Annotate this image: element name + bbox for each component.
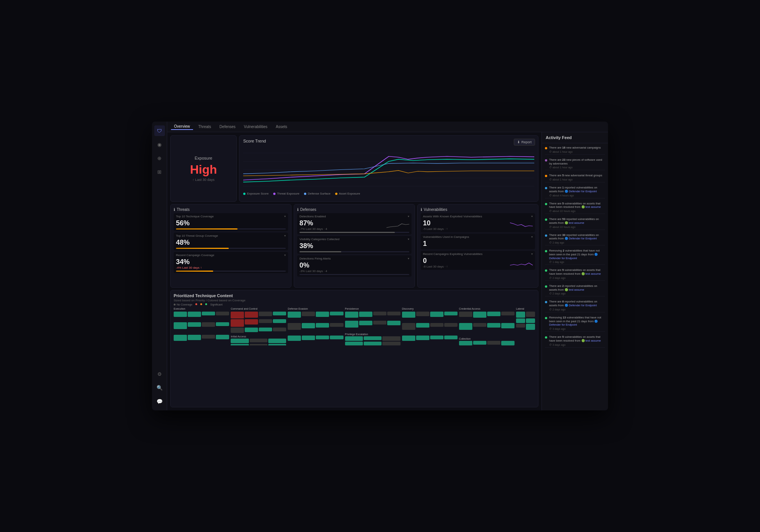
feed-dot-0 [545,147,547,149]
feed-dot-4 [545,203,547,205]
feed-dot-11 [545,317,547,319]
feed-item-0: There are 16 new adversarial campaigns ⏱… [545,145,605,155]
col-credential: Credential Access [459,307,515,345]
legend-exposure: Exposure Score [243,192,269,195]
feed-items: There are 16 new adversarial campaigns ⏱… [542,143,608,410]
col-lateral: Lateral [516,307,535,345]
feed-item-12: There are 5 vulnerabilities on assets th… [545,334,605,348]
sidebar-icon-search[interactable]: 🔍 [154,382,165,393]
feed-item-10: There are 8 reported vulnerabilities on … [545,299,605,312]
feed-item-5: There are 53 reported vulnerabilities on… [545,216,605,230]
score-trend-chart [243,145,534,190]
info-icon: ℹ [174,207,175,212]
metrics-row: ℹ Threats Top 10 Technique Coverage ▾ 56… [170,204,538,288]
feed-dot-12 [545,336,547,339]
score-trend-card: Score Trend ⬇ Report [239,135,538,202]
sidebar-icon-shield[interactable]: 🛡 [154,125,165,136]
top-row: Exposure High ↑ Last 30 days Score Trend… [170,135,538,202]
feed-dot-6 [545,234,547,237]
exploited-sparkline [510,221,533,229]
info-icon-defenses: ℹ [297,207,299,212]
legend-asset: Asset Exposure [335,192,360,195]
feed-item-11: Removing 13 vulnerabilities that have no… [545,315,605,332]
detections-firing: Detections Firing Alerts ▾ 0% -3% Last 3… [297,255,412,277]
legend-defense: Defense Surface [304,192,331,195]
tab-vulnerabilities[interactable]: Vulnerabilities [241,124,271,130]
vuln-in-campaigns: Vulnerabilities Used in Campaigns ▾ 1 [421,234,535,249]
feed-item-6: There are 30 reported vulnerabilities on… [545,232,605,246]
campaigns-exploiting: Recent Campaigns Exploiting Vulnerabilit… [421,251,535,270]
technique-title: Prioritized Technique Content [174,293,535,298]
campaign-coverage: Recent Campaign Coverage ▾ 34% -4% Last … [174,252,288,273]
campaigns-sparkline [510,258,533,267]
top-bar: Overview Threats Defenses Vulnerabilitie… [167,122,608,132]
feed-dot-9 [545,285,547,288]
exposure-value: High [190,163,217,176]
score-trend-svg [243,145,534,190]
technique-legend: No Coverage Significant [174,303,535,306]
technique-content-card: Prioritized Technique Content Sized base… [170,290,538,407]
technique-sub: Sized based on Priority / Colored based … [174,299,535,302]
threat-group-coverage: Top 10 Threat Group Coverage ▾ 48% [174,233,288,250]
vulnerabilities-title: ℹ Vulnerabilities [421,207,535,212]
exposure-sub: ↑ Last 30 days [192,178,214,182]
col-defense-evasion: Defense Evasion [288,307,343,345]
sidebar-icon-grid[interactable]: ⊞ [154,166,165,177]
tab-threats[interactable]: Threats [195,124,214,130]
technique-coverage: Top 10 Technique Coverage ▾ 56% [174,213,288,231]
exposure-card: Exposure High ↑ Last 30 days [170,135,237,202]
legend-dot-asset [335,193,337,195]
legend-dot-threat [273,193,276,195]
tab-defenses[interactable]: Defenses [217,124,239,130]
sidebar-icon-settings[interactable]: ⚙ [154,369,165,379]
legend-dot-exposure [243,193,245,195]
feed-dot-2 [545,175,547,177]
visibility-categories: Visibility Categories Collected ▾ 38% [297,236,412,254]
feed-item-7: Removing 2 vulnerabilities that have not… [545,248,605,265]
dashboard: Exposure High ↑ Last 30 days Score Trend… [167,132,608,410]
feed-item-3: There are 1 reported vulnerabilities on … [545,185,605,198]
feed-item-4: There are 5 vulnerabilities on assets th… [545,201,605,214]
vulnerabilities-card: ℹ Vulnerabilities Assets With Known Expl… [417,204,538,288]
tab-assets[interactable]: Assets [273,124,290,130]
feed-item-2: There are 5 new adversarial threat group… [545,173,605,182]
feed-dot-1 [545,159,547,162]
activity-feed: Activity Feed There are 16 new adversari… [542,132,608,410]
detections-sparkline [386,221,409,229]
feed-dot-3 [545,187,547,189]
legend-no-coverage [174,304,176,306]
col-persistence: Persistence [345,307,401,345]
legend-threat: Threat Exposure [273,192,299,195]
sidebar-icon-chat[interactable]: 💬 [154,396,165,407]
defenses-title: ℹ Defenses [297,207,412,212]
known-exploited: Assets With Known Exploited Vulnerabilit… [421,213,535,232]
feed-item-8: There are 5 vulnerabilities on assets th… [545,267,605,281]
threats-card: ℹ Threats Top 10 Technique Coverage ▾ 56… [170,204,291,288]
feed-dot-7 [545,250,547,252]
threats-title: ℹ Threats [174,207,288,212]
main-content: Overview Threats Defenses Vulnerabilitie… [167,122,608,410]
col-execution: Execution [174,307,229,345]
exposure-title: Exposure [195,156,212,160]
col-discovery: Discovery [402,307,458,345]
score-trend-title: Score Trend [243,139,534,143]
feed-item-9: There are 2 reported vulnerabilities on … [545,283,605,297]
feed-dot-10 [545,301,547,303]
info-icon-vuln: ℹ [421,207,422,212]
legend-dot-defense [304,193,306,195]
sidebar-icon-eye[interactable]: ◉ [154,139,165,150]
feed-item-1: There are 23 new pieces of software used… [545,157,605,171]
feed-header: Activity Feed [542,132,608,143]
feed-dot-5 [545,218,547,221]
screen-wrapper: 🛡 ◉ ⊕ ⊞ ⚙ 🔍 💬 Overview Threats Defenses … [152,122,608,410]
detections-enabled: Detections Enabled ▾ 87% -7% Last 30 day… [297,213,412,234]
col-c2: Command and Control [231,307,286,345]
dashboard-main: Exposure High ↑ Last 30 days Score Trend… [167,132,542,410]
chart-legend: Exposure Score Threat Exposure Defense S… [243,192,534,195]
defenses-card: ℹ Defenses Detections Enabled ▾ 87% [294,204,415,288]
sidebar-icon-target[interactable]: ⊕ [154,153,165,163]
tab-overview[interactable]: Overview [171,124,193,130]
feed-dot-8 [545,269,547,272]
sidebar: 🛡 ◉ ⊕ ⊞ ⚙ 🔍 💬 [152,122,167,410]
technique-grid: Execution [174,307,535,345]
